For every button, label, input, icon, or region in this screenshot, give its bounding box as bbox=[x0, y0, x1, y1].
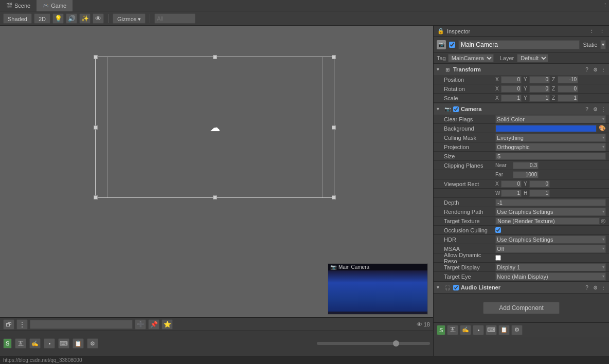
effects-icon[interactable]: ✨ bbox=[79, 13, 91, 24]
camera-help-icon[interactable]: ? bbox=[583, 105, 590, 113]
ime-gear-btn[interactable]: ⚙ bbox=[511, 325, 523, 335]
rendering-path-dropdown[interactable]: Use Graphics Settings ▾ bbox=[495, 208, 606, 216]
window-icon[interactable]: 🗗 bbox=[3, 319, 14, 330]
camera-header[interactable]: ▼ 📷 Camera ? ⚙ ⋮ bbox=[434, 103, 609, 115]
ime-write-btn[interactable]: ✍ bbox=[460, 325, 471, 335]
rotation-x-input[interactable] bbox=[501, 85, 522, 93]
tag-select[interactable]: MainCamera bbox=[448, 54, 494, 62]
vp-h-input[interactable] bbox=[529, 190, 550, 197]
allow-dynamic-reso-checkbox[interactable] bbox=[495, 255, 501, 261]
ime-clipboard-btn[interactable]: 📋 bbox=[498, 325, 510, 335]
twod-button[interactable]: 2D bbox=[34, 13, 50, 24]
console-btn-2[interactable]: 五 bbox=[15, 338, 26, 349]
star-icon[interactable]: ⭐ bbox=[162, 319, 173, 330]
transform-help-icon[interactable]: ? bbox=[583, 66, 590, 73]
inspector-more-icon[interactable]: ⋮ bbox=[598, 27, 606, 35]
ime-five-btn[interactable]: 五 bbox=[447, 325, 458, 335]
hierarchy-search[interactable] bbox=[30, 320, 133, 329]
audio-listener-menu-icon[interactable]: ⋮ bbox=[600, 284, 607, 291]
gameobject-active-checkbox[interactable] bbox=[449, 42, 455, 48]
console-btn-4[interactable]: • bbox=[44, 338, 55, 349]
vp-x-label: X bbox=[495, 181, 500, 187]
audio-listener-help-icon[interactable]: ? bbox=[583, 284, 590, 291]
console-btn-5[interactable]: ⌨ bbox=[58, 338, 69, 349]
near-input[interactable] bbox=[513, 162, 539, 169]
transform-menu-icon[interactable]: ⋮ bbox=[600, 66, 607, 73]
handle-mid-left[interactable] bbox=[94, 125, 98, 130]
audio-listener-enabled-checkbox[interactable] bbox=[453, 285, 459, 290]
gizmos-button[interactable]: Gizmos ▾ bbox=[113, 13, 146, 24]
audio-listener-settings-icon[interactable]: ⚙ bbox=[592, 284, 599, 291]
vp-y-input[interactable] bbox=[529, 180, 550, 188]
menu-icon[interactable]: ⋮ bbox=[16, 319, 28, 330]
console-btn-1[interactable]: S bbox=[3, 338, 12, 349]
size-input[interactable] bbox=[495, 153, 606, 160]
transform-header[interactable]: ▼ ⊞ Transform ? ⚙ ⋮ bbox=[434, 64, 609, 75]
scale-x-input[interactable] bbox=[501, 95, 522, 102]
culling-mask-dropdown[interactable]: Everything ▾ bbox=[495, 134, 606, 142]
scale-y-input[interactable] bbox=[529, 95, 550, 102]
handle-bot-left[interactable] bbox=[94, 195, 98, 199]
handle-top-right[interactable] bbox=[332, 55, 336, 59]
camera-settings-icon[interactable]: ⚙ bbox=[592, 105, 599, 113]
handle-bot-mid[interactable] bbox=[213, 195, 217, 199]
allow-dynamic-reso-label: Allow Dynamic Reso bbox=[444, 252, 495, 264]
tab-scene[interactable]: 🎬 Scene bbox=[0, 0, 37, 11]
ime-keyboard-btn[interactable]: ⌨ bbox=[486, 325, 497, 335]
inspector-menu-icon[interactable]: ⋮ bbox=[587, 27, 596, 35]
projection-dropdown[interactable]: Orthographic ▾ bbox=[495, 143, 606, 151]
console-btn-7[interactable]: ⚙ bbox=[87, 338, 98, 349]
scrollbar-thumb[interactable] bbox=[393, 340, 399, 347]
position-label: Position bbox=[444, 77, 495, 83]
vp-w-input[interactable] bbox=[501, 190, 522, 197]
inspector-lock-icon[interactable]: 🔒 bbox=[437, 27, 445, 35]
add-icon[interactable]: ➕ bbox=[135, 319, 146, 330]
ime-s-btn[interactable]: S bbox=[437, 325, 445, 335]
scene-viewport[interactable]: ☁ 📷 Main Camera bbox=[0, 26, 433, 317]
clear-flags-value: Solid Color bbox=[497, 116, 525, 122]
position-y-input[interactable] bbox=[529, 76, 550, 83]
handle-top-mid[interactable] bbox=[213, 55, 217, 59]
background-color-picker-icon[interactable]: 🎨 bbox=[599, 125, 606, 132]
audio-listener-header[interactable]: ▼ 🎧 Audio Listener ? ⚙ ⋮ bbox=[434, 282, 609, 293]
pin-icon[interactable]: 📌 bbox=[148, 319, 159, 330]
layer-select[interactable]: Default bbox=[517, 54, 548, 62]
rotation-z-input[interactable] bbox=[558, 85, 578, 93]
tab-game[interactable]: 🎮 Game bbox=[37, 0, 73, 11]
position-x-input[interactable] bbox=[501, 76, 522, 83]
scale-z-input[interactable] bbox=[558, 95, 578, 102]
occlusion-culling-checkbox[interactable] bbox=[495, 227, 501, 233]
static-dropdown[interactable]: ▾ bbox=[600, 40, 606, 49]
target-display-dropdown[interactable]: Display 1 ▾ bbox=[495, 263, 606, 271]
handle-bot-right[interactable] bbox=[332, 195, 336, 199]
target-texture-pick-icon[interactable]: ◎ bbox=[601, 217, 606, 224]
scene-vis-icon[interactable]: 👁 bbox=[93, 13, 104, 24]
depth-input[interactable] bbox=[495, 199, 606, 206]
transform-settings-icon[interactable]: ⚙ bbox=[592, 66, 599, 73]
audio-icon[interactable]: 🔊 bbox=[66, 13, 77, 24]
rotation-y-input[interactable] bbox=[529, 85, 550, 93]
target-eye-dropdown[interactable]: None (Main Display) ▾ bbox=[495, 272, 606, 281]
msaa-dropdown[interactable]: Off ▾ bbox=[495, 245, 606, 253]
search-input[interactable] bbox=[154, 13, 195, 24]
console-btn-3[interactable]: ✍ bbox=[29, 338, 41, 349]
console-btn-6[interactable]: 📋 bbox=[73, 338, 84, 349]
position-z-input[interactable] bbox=[558, 76, 578, 83]
handle-mid-right[interactable] bbox=[332, 125, 336, 130]
scrollbar[interactable] bbox=[317, 342, 430, 345]
far-input[interactable] bbox=[513, 171, 539, 178]
camera-enabled-checkbox[interactable] bbox=[453, 106, 459, 112]
tab-bar-menu-icon[interactable]: ⋮ bbox=[601, 2, 609, 10]
background-color-swatch[interactable] bbox=[495, 125, 597, 132]
gameobject-name-input[interactable] bbox=[458, 40, 580, 49]
clear-flags-dropdown[interactable]: Solid Color ▾ bbox=[495, 115, 606, 123]
hdr-dropdown[interactable]: Use Graphics Settings ▾ bbox=[495, 235, 606, 244]
add-component-button[interactable]: Add Component bbox=[483, 302, 560, 314]
shaded-button[interactable]: Shaded bbox=[3, 13, 32, 24]
ime-dot-btn[interactable]: • bbox=[473, 325, 484, 335]
lighting-icon[interactable]: 💡 bbox=[52, 13, 64, 24]
target-texture-field[interactable]: None (Render Texture) bbox=[495, 217, 600, 225]
camera-menu-icon[interactable]: ⋮ bbox=[600, 105, 607, 113]
handle-top-left[interactable] bbox=[94, 55, 98, 59]
vp-x-input[interactable] bbox=[501, 180, 522, 188]
